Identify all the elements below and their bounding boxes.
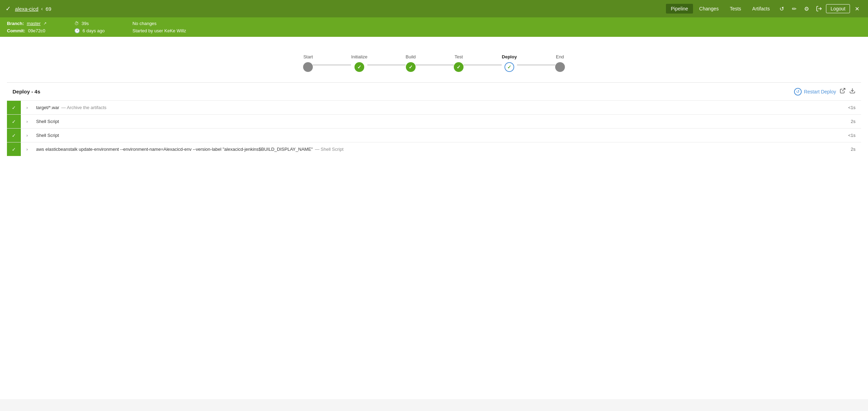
tab-pipeline[interactable]: Pipeline xyxy=(666,4,693,14)
stage-build: Build ✓ xyxy=(406,54,416,72)
log-desc-1: — Archive the artifacts xyxy=(61,105,106,110)
download-icon[interactable] xyxy=(849,88,856,96)
branch-row: Branch: master ↗ xyxy=(7,21,47,26)
top-nav: ✓ alexa-cicd ‹ 69 Pipeline Changes Tests… xyxy=(0,0,868,17)
stage-end: End xyxy=(555,54,565,72)
age-value: 6 days ago xyxy=(83,28,105,33)
stage-test: Test ✓ xyxy=(454,54,464,72)
log-content-1: target/*.war — Archive the artifacts xyxy=(33,101,848,114)
age-row: 🕐 6 days ago xyxy=(74,28,105,33)
tab-tests[interactable]: Tests xyxy=(725,4,746,14)
log-expand-3[interactable]: › xyxy=(21,133,33,138)
refresh-icon[interactable]: ↺ xyxy=(776,3,787,14)
started-by-row: Started by user KeKe Willz xyxy=(132,28,186,33)
stage-test-label: Test xyxy=(454,54,463,59)
deploy-section: Deploy - 4s ↺ Restart Deploy xyxy=(7,82,861,156)
log-status-4: ✓ xyxy=(7,142,21,156)
stage-initialize-label: Initialize xyxy=(351,54,367,59)
log-expand-4[interactable]: › xyxy=(21,147,33,152)
log-time-2: 2s xyxy=(851,119,861,124)
build-number: 69 xyxy=(45,6,51,12)
status-text: No changes xyxy=(132,21,156,26)
commit-label: Commit: xyxy=(7,28,25,33)
close-icon[interactable]: ✕ xyxy=(851,3,862,14)
log-status-3: ✓ xyxy=(7,129,21,142)
settings-icon[interactable]: ⚙ xyxy=(801,3,812,14)
logout-button[interactable]: Logout xyxy=(826,4,850,13)
log-row-2: ✓ › Shell Script 2s xyxy=(7,114,861,128)
deploy-actions: ↺ Restart Deploy xyxy=(794,88,856,96)
stage-build-label: Build xyxy=(406,54,416,59)
test-check-icon: ✓ xyxy=(457,64,461,70)
pipeline-stages: Start Initialize ✓ Build ✓ xyxy=(0,47,868,82)
sub-header: Branch: master ↗ Commit: 09e72c0 ⏱ 39s 🕐… xyxy=(0,17,868,37)
log-content-3: Shell Script xyxy=(33,129,848,141)
external-link-icon: ↗ xyxy=(43,21,47,26)
build-check-icon: ✓ xyxy=(409,64,413,70)
log-time-1: <1s xyxy=(848,105,861,110)
log-name-3: Shell Script xyxy=(36,133,59,138)
branch-value[interactable]: master xyxy=(27,21,41,26)
project-link[interactable]: alexa-cicd xyxy=(15,6,39,12)
connector-3 xyxy=(416,65,454,65)
commit-value: 09e72c0 xyxy=(28,28,45,33)
duration-icon: ⏱ xyxy=(74,21,79,26)
stage-start-label: Start xyxy=(303,54,313,59)
deploy-check-icon: ✓ xyxy=(507,64,511,70)
clock-icon: 🕐 xyxy=(74,28,80,33)
open-external-icon[interactable] xyxy=(840,88,846,96)
stage-deploy-label: Deploy xyxy=(502,54,517,59)
log-desc-4: — Shell Script xyxy=(315,147,343,152)
sub-header-middle: ⏱ 39s 🕐 6 days ago xyxy=(74,21,105,33)
stage-end-circle xyxy=(555,62,565,72)
stage-end-label: End xyxy=(556,54,564,59)
svg-line-1 xyxy=(842,88,845,91)
top-nav-right: Pipeline Changes Tests Artifacts ↺ ✏ ⚙ L… xyxy=(666,3,862,14)
stages-wrapper: Start Initialize ✓ Build ✓ xyxy=(303,54,565,72)
restart-label: Restart Deploy xyxy=(804,89,836,94)
stage-deploy: Deploy ✓ xyxy=(502,54,517,72)
status-row: No changes xyxy=(132,21,186,26)
log-content-2: Shell Script xyxy=(33,115,851,128)
initialize-check-icon: ✓ xyxy=(357,64,361,70)
tab-artifacts[interactable]: Artifacts xyxy=(748,4,775,14)
duration-row: ⏱ 39s xyxy=(74,21,105,26)
log-name-1: target/*.war xyxy=(36,105,59,110)
sub-header-right: No changes Started by user KeKe Willz xyxy=(132,21,186,33)
log-name-2: Shell Script xyxy=(36,119,59,124)
log-time-3: <1s xyxy=(848,133,861,138)
connector-5 xyxy=(517,65,555,65)
connector-1 xyxy=(313,65,351,65)
duration-value: 39s xyxy=(82,21,89,26)
tab-changes[interactable]: Changes xyxy=(694,4,724,14)
check-icon: ✓ xyxy=(6,5,11,13)
connector-2 xyxy=(367,65,406,65)
log-content-4: aws elasticbeanstalk update-environment … xyxy=(33,143,851,155)
top-nav-left: ✓ alexa-cicd ‹ 69 xyxy=(6,5,666,13)
connector-4 xyxy=(464,65,502,65)
restart-icon: ↺ xyxy=(794,88,802,96)
log-expand-1[interactable]: › xyxy=(21,105,33,110)
stage-start: Start xyxy=(303,54,313,72)
commit-row: Commit: 09e72c0 xyxy=(7,28,47,33)
log-status-2: ✓ xyxy=(7,115,21,128)
started-by-text: Started by user KeKe Willz xyxy=(132,28,186,33)
log-status-1: ✓ xyxy=(7,101,21,114)
log-name-4: aws elasticbeanstalk update-environment … xyxy=(36,147,313,152)
deploy-header: Deploy - 4s ↺ Restart Deploy xyxy=(7,83,861,100)
stage-initialize: Initialize ✓ xyxy=(351,54,367,72)
deploy-title: Deploy - 4s xyxy=(12,89,40,94)
log-row-4: ✓ › aws elasticbeanstalk update-environm… xyxy=(7,142,861,156)
restart-deploy-button[interactable]: ↺ Restart Deploy xyxy=(794,88,836,96)
separator-icon: ‹ xyxy=(41,6,43,11)
stage-initialize-circle: ✓ xyxy=(354,62,364,72)
log-row-3: ✓ › Shell Script <1s xyxy=(7,128,861,142)
edit-icon[interactable]: ✏ xyxy=(788,3,800,14)
main-content: Start Initialize ✓ Build ✓ xyxy=(0,37,868,399)
sub-header-left: Branch: master ↗ Commit: 09e72c0 xyxy=(7,21,47,33)
log-expand-2[interactable]: › xyxy=(21,119,33,124)
stage-build-circle: ✓ xyxy=(406,62,416,72)
stage-deploy-circle: ✓ xyxy=(504,62,514,72)
sign-out-icon[interactable] xyxy=(813,3,825,14)
stage-start-circle xyxy=(303,62,313,72)
